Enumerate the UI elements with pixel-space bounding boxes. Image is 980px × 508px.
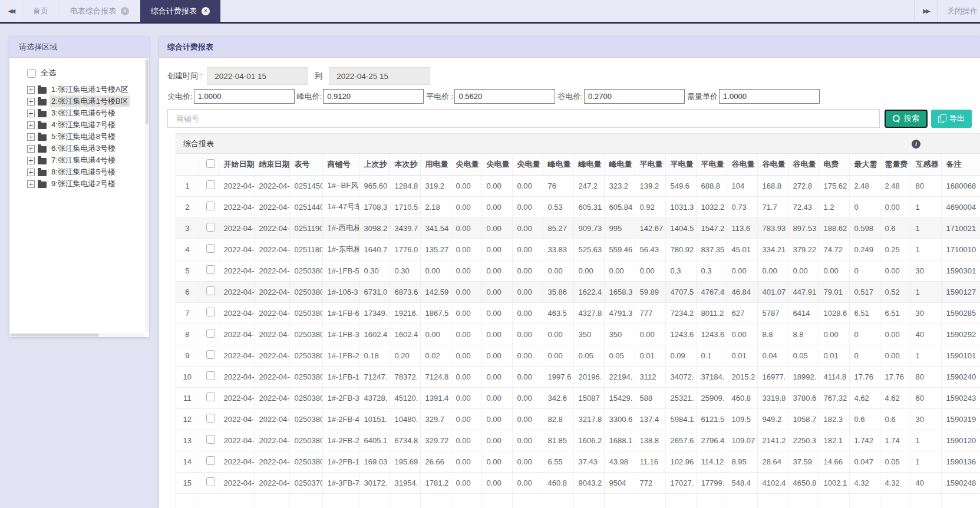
column-header[interactable]: 平电量 (635, 154, 665, 175)
table-cell: 1590292 (941, 324, 980, 345)
tree-item[interactable]: 2:张江集电港1号楼B区 (27, 95, 143, 107)
search-button[interactable]: 搜索 (885, 110, 928, 128)
row-checkbox[interactable] (206, 202, 215, 210)
scroll-tabs-right-icon[interactable]: ▶▶ (915, 0, 937, 22)
expand-icon[interactable] (27, 98, 35, 105)
row-checkbox[interactable] (206, 180, 215, 189)
tree-item[interactable]: 6:张江集电港3号楼 (27, 143, 143, 154)
row-checkbox[interactable] (206, 308, 215, 316)
select-all-row[interactable]: 全选 (27, 67, 143, 79)
column-header[interactable]: 需量费 (880, 154, 910, 175)
sidebar-vertical-scrollbar[interactable] (145, 58, 149, 332)
date-to-input[interactable] (329, 67, 430, 85)
tree-item[interactable]: 7:张江集电港4号楼 (27, 154, 143, 166)
demand-price-input[interactable] (719, 89, 820, 104)
row-checkbox[interactable] (206, 414, 215, 423)
column-header[interactable]: 尖电量 (512, 154, 543, 175)
valley-price-input[interactable] (584, 89, 685, 104)
expand-icon[interactable] (27, 180, 35, 188)
column-header[interactable]: 表号 (289, 154, 322, 175)
column-header[interactable]: 最大需 (849, 154, 880, 175)
info-icon[interactable] (912, 140, 920, 149)
table-cell: 1.742 (849, 430, 880, 451)
scrollbar-thumb[interactable] (11, 334, 99, 337)
table-cell: 0.00 (451, 345, 481, 366)
column-header[interactable]: 谷电量 (727, 154, 757, 175)
column-header[interactable]: 上次抄 (359, 154, 390, 175)
sharp-price-input[interactable] (194, 89, 295, 104)
tree-item[interactable]: 5:张江集电港8号楼 (27, 131, 143, 143)
expand-icon[interactable] (27, 157, 35, 164)
table-cell: 559.46 (604, 239, 635, 260)
column-header[interactable]: 尖电量 (451, 154, 481, 175)
peak-price-input[interactable] (323, 89, 424, 104)
close-tab-icon[interactable] (202, 7, 210, 15)
expand-icon[interactable] (27, 110, 35, 117)
shop-number-input[interactable] (167, 109, 880, 128)
row-checkbox[interactable] (206, 477, 215, 486)
row-number: 13 (176, 430, 199, 451)
column-header[interactable]: 开始日期 (219, 154, 254, 175)
row-checkbox[interactable] (206, 456, 215, 465)
column-header[interactable]: 本次抄 (390, 154, 420, 175)
select-all-rows-checkbox[interactable] (206, 159, 215, 168)
row-checkbox[interactable] (206, 265, 215, 274)
table-cell (176, 493, 199, 508)
column-header[interactable]: 谷电量 (757, 154, 788, 175)
tab-billing-report[interactable]: 综合计费报表 (140, 0, 221, 22)
flat-price-input[interactable] (454, 89, 555, 104)
expand-icon[interactable] (27, 133, 35, 141)
table-cell: 2022-04- (254, 387, 289, 408)
expand-icon[interactable] (27, 86, 35, 94)
close-operations-menu[interactable]: 关闭操作 (938, 0, 980, 22)
expand-icon[interactable] (27, 121, 35, 129)
table-cell: 897.53 (788, 217, 819, 239)
column-header[interactable]: 备注 (941, 154, 980, 175)
tree-item[interactable]: 9:张江集电港2号楼 (27, 178, 143, 190)
folder-icon (38, 123, 47, 129)
date-from-input[interactable] (207, 67, 308, 85)
row-checkbox[interactable] (206, 392, 215, 401)
row-checkbox[interactable] (206, 223, 215, 232)
column-header[interactable]: 电费 (819, 154, 849, 175)
row-checkbox-cell (199, 408, 219, 430)
tree-item[interactable]: 1:张江集电港1号楼A区 (27, 84, 143, 95)
scroll-tabs-left-icon[interactable]: ◀◀ (0, 0, 22, 22)
column-header[interactable]: 峰电量 (573, 154, 604, 175)
tab-home[interactable]: 首页 (22, 0, 60, 22)
expand-icon[interactable] (27, 169, 35, 176)
row-checkbox[interactable] (206, 435, 215, 444)
table-cell: 4.62 (880, 387, 910, 408)
table-cell: 20196. (573, 366, 604, 387)
tree-item[interactable]: 8:张江集电港5号楼 (27, 166, 143, 178)
sharp-price-label: 尖电价: (167, 91, 193, 102)
sidebar-horizontal-scrollbar[interactable] (9, 333, 144, 337)
column-header[interactable]: 峰电量 (543, 154, 573, 175)
column-header[interactable]: 尖电量 (481, 154, 512, 175)
row-checkbox[interactable] (206, 286, 215, 295)
column-header[interactable]: 用电量 (420, 154, 451, 175)
scrollbar-thumb[interactable] (146, 60, 149, 124)
column-header[interactable]: 峰电量 (604, 154, 635, 175)
tab-meter-report[interactable]: 电表综合报表 (60, 0, 140, 22)
row-checkbox-cell (199, 472, 219, 493)
table-cell: 0.00 (512, 260, 543, 281)
column-header[interactable]: 互感器 (910, 154, 941, 175)
row-checkbox[interactable] (206, 371, 215, 380)
table-scroll-area[interactable]: 开始日期结束日期表号商铺号上次抄本次抄用电量尖电量尖电量尖电量峰电量峰电量峰电量… (176, 154, 980, 508)
close-tab-icon[interactable] (121, 7, 129, 15)
column-header[interactable]: 谷电量 (788, 154, 819, 175)
export-button[interactable]: 导出 (931, 110, 972, 128)
column-header[interactable]: 商铺号 (322, 154, 359, 175)
table-cell: 0.249 (849, 239, 880, 260)
row-checkbox[interactable] (206, 329, 215, 338)
column-header[interactable]: 结束日期 (254, 154, 289, 175)
column-header[interactable]: 平电量 (696, 154, 727, 175)
row-checkbox[interactable] (206, 350, 215, 359)
column-header[interactable]: 平电量 (665, 154, 696, 175)
tree-item[interactable]: 3:张江集电港6号楼 (27, 107, 143, 119)
tree-item[interactable]: 4:张江集电港7号楼 (27, 119, 143, 131)
select-all-checkbox[interactable] (27, 69, 36, 78)
expand-icon[interactable] (27, 145, 35, 153)
row-checkbox[interactable] (206, 244, 215, 253)
